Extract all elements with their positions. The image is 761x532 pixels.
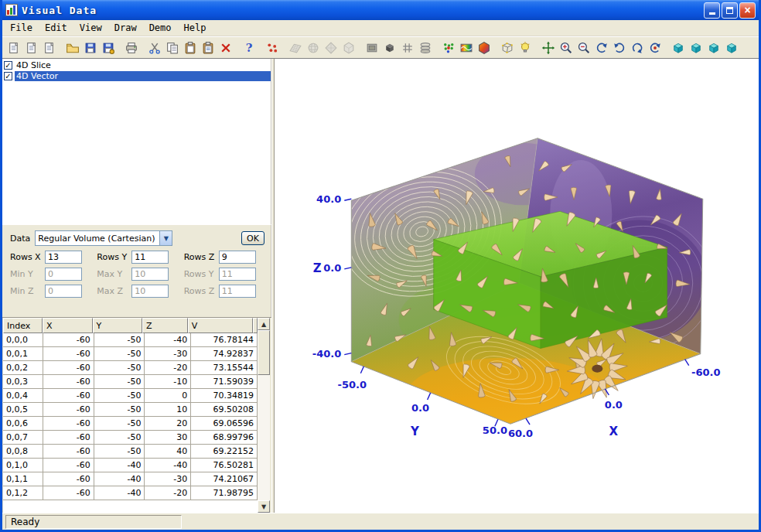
view-cube-front-button[interactable] [669,39,687,56]
table-row[interactable]: 0,0,5-60-501069.50208 [3,403,258,417]
plot-panel[interactable]: 40.00.0-40.0Z-50.00.050.0Y60.00.0-60.0X [275,59,759,513]
table-cell: 10 [145,403,191,417]
scroll-up-button[interactable]: ▲ [258,318,270,330]
isosurface-plot-button[interactable] [475,39,493,56]
pan-view-button[interactable] [539,39,557,56]
help-about-button[interactable]: ? [240,39,258,56]
volume-plot-button[interactable] [380,39,398,56]
table-row[interactable]: 0,0,6-60-502069.06596 [3,417,258,431]
column-header-x[interactable]: X [43,318,93,333]
menu-demo[interactable]: Demo [143,21,178,35]
x-axis-label: X [609,425,619,438]
table-cell: -50 [94,445,145,459]
paste-special-button[interactable] [199,39,217,56]
scroll-down-button[interactable]: ▼ [258,500,270,513]
save-all-button[interactable] [99,39,117,56]
table-cell: -50 [94,403,145,417]
table-cell: 76.50281 [191,459,258,472]
floppy-icon [84,41,97,55]
minimize-button[interactable] [704,2,720,19]
doc-icon [43,41,56,55]
table-body: 0,0,0-60-50-4076.781440,0,1-60-50-3074.9… [3,333,258,513]
field-label: Rows Z [184,252,219,262]
colormap-button[interactable] [457,39,475,56]
ok-button[interactable]: OK [241,231,264,245]
paste-icon [183,41,197,55]
zoom-out-button[interactable] [575,39,592,56]
slice-plot-button[interactable] [416,39,434,56]
menu-file[interactable]: File [4,21,39,35]
menu-edit[interactable]: Edit [39,21,73,35]
tree-item-4d-slice[interactable]: ✓4D Slice [2,60,271,70]
status-text: Ready [5,515,182,529]
rotate-free-button[interactable] [646,39,664,56]
field-input[interactable] [131,251,169,264]
z-tick-label: 0.0 [323,262,341,274]
image-plot-button[interactable] [363,39,380,56]
table-row[interactable]: 0,0,4-60-50070.34819 [3,389,258,403]
rotate-ccw-button[interactable] [592,39,610,56]
point-plot-button[interactable] [263,39,281,56]
data-type-combobox[interactable]: Regular Volume (Cartesian) ▼ [35,230,172,246]
vector-plot-button[interactable] [439,39,457,56]
new-document-button[interactable] [5,39,22,56]
table-row[interactable]: 0,0,3-60-50-1071.59039 [3,375,258,389]
field-input[interactable] [45,251,82,264]
dropdown-arrow-icon[interactable]: ▼ [159,231,172,245]
table-row[interactable]: 0,1,2-60-40-2071.98795 [3,486,258,500]
table-row[interactable]: 0,0,8-60-504069.22152 [3,445,258,459]
table-row[interactable]: 0,0,2-60-50-2073.15544 [3,361,258,375]
table-row[interactable]: 0,0,7-60-503068.99796 [3,431,258,445]
tree-item-4d-vector[interactable]: ✓4D Vector [2,70,271,81]
table-row[interactable]: 0,1,1-60-40-3074.21067 [3,472,258,486]
cube-teal-icon [707,41,721,55]
table-row[interactable]: 0,0,1-60-50-3074.92837 [3,347,258,361]
menu-help[interactable]: Help [178,21,213,35]
table-scrollbar[interactable]: ▲ ▼ [258,318,270,513]
menu-draw[interactable]: Draw [108,21,143,35]
form-row-3: Min ZMax ZRows Z [2,281,271,298]
print-button[interactable] [122,39,140,56]
view-cube-top-button[interactable] [705,39,722,56]
paste-button[interactable] [181,39,199,56]
save-file-button[interactable] [81,39,99,56]
rotate-down-button[interactable] [628,39,646,56]
column-header-index[interactable]: Index [3,318,43,333]
delete-button[interactable] [217,39,234,56]
zoom-in-icon [559,41,573,55]
column-header-z[interactable]: Z [142,318,188,333]
table-cell: -60 [43,445,94,459]
new-slice-button[interactable] [22,39,40,56]
column-header-v[interactable]: V [188,318,253,333]
rotate-cw-button[interactable] [610,39,628,56]
x-tick-label: -60.0 [691,367,721,378]
bounding-box-button[interactable] [498,39,516,56]
grid-plot-button[interactable] [398,39,416,56]
table-row[interactable]: 0,1,0-60-40-4076.50281 [3,459,258,472]
3d-vector-plot[interactable]: 40.00.0-40.0Z-50.00.050.0Y60.00.0-60.0X [275,59,759,513]
view-cube-left-button[interactable] [687,39,705,56]
checkbox[interactable]: ✓ [4,72,12,80]
table-cell: 68.99796 [191,431,258,445]
table-cell: 71.59039 [191,375,258,389]
delete-icon [219,41,233,55]
zoom-in-button[interactable] [557,39,575,56]
table-row[interactable]: 0,0,0-60-50-4076.78144 [3,333,258,347]
lighting-button[interactable] [516,39,534,56]
rot-cw-icon [613,41,626,55]
sphere-gray-icon [306,41,320,55]
checkbox[interactable]: ✓ [4,61,12,70]
title-bar[interactable]: Visual Data × [2,0,759,20]
menu-view[interactable]: View [73,21,108,35]
view-cube-iso-button[interactable] [722,39,740,56]
scrollbar-track[interactable] [258,330,270,500]
open-file-button[interactable] [63,39,81,56]
cut-button[interactable] [145,39,163,56]
copy-button[interactable] [163,39,181,56]
new-vector-button[interactable] [40,39,58,56]
field-input[interactable] [219,251,256,264]
scrollbar-thumb[interactable] [258,330,270,375]
maximize-button[interactable] [722,2,738,19]
column-header-y[interactable]: Y [93,318,143,333]
close-button[interactable]: × [739,2,756,19]
